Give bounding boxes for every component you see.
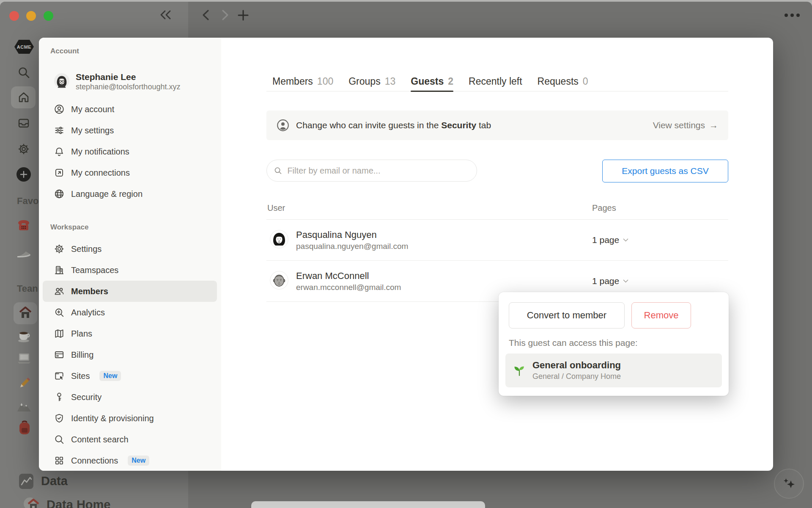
view-settings-link[interactable]: View settings → — [653, 120, 718, 130]
credit-card-icon — [54, 349, 65, 360]
search-icon — [274, 166, 282, 175]
column-pages: Pages — [592, 203, 616, 213]
map-icon — [54, 328, 65, 339]
sidebar-item-settings[interactable]: Settings — [43, 238, 217, 260]
sidebar-item-my-notifications[interactable]: My notifications — [43, 141, 217, 162]
sidebar-item-connections[interactable]: Connections New — [43, 450, 217, 471]
coffee-icon[interactable] — [17, 329, 31, 343]
chevron-left-icon[interactable] — [201, 9, 211, 21]
browser-cursor-icon — [54, 370, 65, 381]
accessible-page-item[interactable]: General onboarding General / Company Hom… — [505, 353, 722, 387]
guest-email: pasqualina.nguyen@gmail.com — [296, 241, 408, 251]
pages-dropdown[interactable]: 1 page — [592, 276, 629, 286]
sidebar-item-security[interactable]: Security — [43, 387, 217, 408]
teamspaces-section-label: Tean — [17, 283, 38, 294]
guest-table-header: User Pages — [266, 199, 728, 220]
settings-sidebar: Account Stephanie Lee stephanie@toolsfor… — [39, 38, 221, 471]
remove-guest-button[interactable]: Remove — [631, 302, 691, 329]
tab-members[interactable]: Members100 — [272, 72, 333, 91]
traffic-light-zoom[interactable] — [44, 11, 53, 21]
search-icon[interactable] — [17, 66, 30, 79]
bell-icon — [54, 146, 65, 157]
magnifier-plus-icon — [54, 307, 65, 318]
laptop-icon[interactable] — [16, 352, 32, 365]
invite-settings-banner: Change who can invite guests in the Secu… — [266, 110, 728, 140]
account-section-label: Account — [50, 47, 79, 55]
guest-name: Erwan McConnell — [296, 270, 401, 282]
sidebar-item-plans[interactable]: Plans — [43, 323, 217, 344]
sidebar-item-content-search[interactable]: Content search — [43, 429, 217, 450]
page-title: General onboarding — [532, 360, 621, 371]
sidebar-item-sites[interactable]: Sites New — [43, 365, 217, 387]
double-chevron-left-icon[interactable] — [159, 8, 173, 21]
shield-check-icon — [54, 413, 65, 424]
tab-recently-left[interactable]: Recently left — [469, 72, 522, 91]
tab-requests[interactable]: Requests0 — [538, 72, 588, 91]
house-icon[interactable] — [23, 497, 40, 508]
account-user-email: stephanie@toolsforthought.xyz — [76, 82, 180, 91]
new-badge: New — [128, 456, 149, 466]
settings-dialog: Account Stephanie Lee stephanie@toolsfor… — [39, 38, 773, 471]
guest-name: Pasqualina Nguyen — [296, 229, 408, 240]
people-icon — [54, 286, 65, 297]
sneaker-icon[interactable] — [16, 246, 31, 259]
new-badge: New — [99, 371, 121, 381]
sidebar-item-billing[interactable]: Billing — [43, 344, 217, 365]
seedling-icon — [513, 364, 526, 377]
members-tabs: Members100 Groups13 Guests2 Recently lef… — [266, 72, 728, 91]
sidebar-item-identity-provisioning[interactable]: Identity & provisioning — [43, 408, 217, 429]
plus-circle-icon[interactable] — [16, 167, 31, 182]
tab-guests[interactable]: Guests2 — [411, 72, 453, 91]
sidebar-item-analytics[interactable]: Analytics — [43, 302, 217, 323]
sidebar-item-my-connections[interactable]: My connections — [43, 162, 217, 183]
search-input[interactable] — [286, 166, 470, 176]
plus-icon[interactable] — [237, 9, 250, 22]
sparkles-icon — [782, 477, 796, 491]
phone-icon[interactable] — [17, 218, 30, 233]
ellipsis-icon[interactable] — [784, 13, 801, 18]
tab-groups[interactable]: Groups13 — [348, 72, 395, 91]
home-icon[interactable] — [17, 91, 30, 104]
avatar — [270, 271, 288, 291]
data-section-label[interactable]: Data — [41, 474, 68, 488]
chevron-right-icon[interactable] — [220, 9, 230, 21]
convert-to-member-button[interactable]: Convert to member — [509, 302, 625, 329]
chart-icon[interactable] — [19, 474, 33, 489]
sidebar-item-my-settings[interactable]: My settings — [43, 120, 217, 141]
grid-icon — [54, 455, 65, 466]
workspace-section-label: Workspace — [50, 223, 88, 232]
account-user[interactable]: Stephanie Lee stephanie@toolsforthought.… — [50, 72, 180, 91]
gear-icon[interactable] — [17, 143, 30, 155]
magnifier-icon — [54, 434, 65, 445]
sidebar-item-my-account[interactable]: My account — [43, 99, 217, 120]
guest-row[interactable]: Pasqualina Nguyen pasqualina.nguyen@gmai… — [266, 219, 728, 261]
traffic-light-minimize[interactable] — [26, 11, 36, 21]
account-menu: My account My settings My notifications … — [43, 99, 217, 204]
pages-dropdown[interactable]: 1 page — [592, 235, 629, 245]
inbox-icon[interactable] — [17, 117, 30, 130]
workspace-menu: Settings Teamspaces Members Analytics Pl… — [43, 238, 217, 471]
column-user: User — [267, 203, 285, 213]
guest-access-text: This guest can access this page: — [509, 338, 719, 348]
background-card-fragment — [251, 501, 485, 508]
house-icon[interactable] — [18, 306, 33, 320]
guest-filter-search[interactable] — [266, 160, 477, 182]
page-breadcrumb: General / Company Home — [532, 372, 621, 381]
pencil-icon[interactable] — [17, 376, 32, 390]
mountain-icon[interactable] — [16, 400, 32, 413]
account-user-name: Stephanie Lee — [76, 72, 180, 82]
data-home-label[interactable]: Data Home — [47, 498, 111, 508]
sidebar-item-members[interactable]: Members — [43, 281, 217, 302]
ai-assistant-button[interactable] — [774, 469, 804, 499]
avatar — [270, 230, 288, 250]
avatar — [54, 73, 70, 91]
person-circle-icon — [277, 119, 289, 132]
globe-icon — [54, 188, 65, 199]
members-settings-content: Members100 Groups13 Guests2 Recently lef… — [266, 38, 728, 471]
sliders-icon — [54, 125, 65, 136]
sidebar-item-language-region[interactable]: Language & region — [43, 183, 217, 204]
sidebar-item-teamspaces[interactable]: Teamspaces — [43, 260, 217, 281]
backpack-icon[interactable] — [17, 420, 32, 436]
export-guests-button[interactable]: Export guests as CSV — [602, 160, 728, 182]
traffic-light-close[interactable] — [9, 11, 19, 21]
